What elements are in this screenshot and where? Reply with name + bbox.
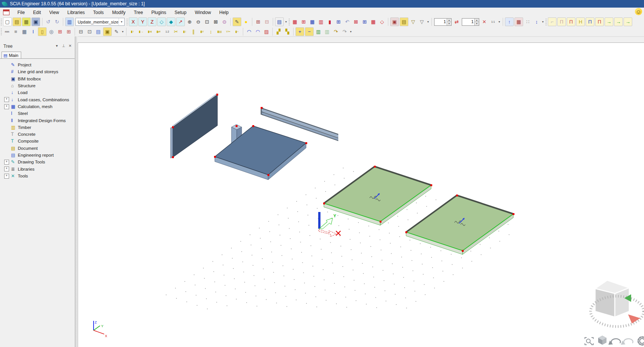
view-x-direction-icon[interactable]: X [129, 17, 138, 26]
expand-icon[interactable]: + [4, 166, 9, 171]
print-data-icon[interactable]: ⊟ [77, 28, 85, 36]
save-screenshot-icon[interactable]: ▣ [390, 17, 399, 26]
expand-icon[interactable]: + [4, 174, 9, 179]
tree-item-timber[interactable]: ▥Timber [0, 124, 75, 131]
spin-down-icon[interactable]: ▾ [474, 22, 479, 25]
table-columns-add-icon[interactable]: ▥ [314, 28, 322, 36]
frame-update-green-icon[interactable]: → [624, 17, 632, 26]
show-labels-icon[interactable]: ▮ [326, 18, 334, 26]
engineering-tables-icon[interactable]: ⊞ [65, 28, 73, 36]
scale-member-icon[interactable]: 1:2 [163, 28, 171, 36]
table-columns-view-icon[interactable]: ▥ [323, 28, 331, 36]
combobox-arrow-icon[interactable]: ▾ [119, 18, 124, 25]
toolbar-grip[interactable] [545, 18, 547, 26]
dropdown-caret-icon[interactable]: ▾ [284, 18, 288, 26]
scale-arrows-icon[interactable]: ⇄ [453, 18, 461, 26]
spin-up-icon[interactable]: ▴ [474, 19, 479, 22]
wizard-blue-arrow-icon[interactable]: ↑ [505, 17, 514, 26]
node[interactable] [380, 221, 381, 223]
cut-member-icon[interactable]: Y✂ [224, 28, 232, 36]
drawing-scale-icon[interactable]: 1:1 [489, 18, 497, 26]
dropdown-caret-icon[interactable]: ▾ [426, 18, 430, 26]
navigation-cube[interactable] [591, 280, 644, 327]
menu-tools[interactable]: Tools [89, 9, 108, 16]
delete-entities-icon[interactable]: ⊠ [352, 18, 360, 26]
node[interactable] [430, 184, 432, 186]
node[interactable] [405, 231, 407, 233]
tree-item-document[interactable]: ▤Document [0, 145, 75, 152]
redo-icon[interactable]: ↻ [53, 18, 61, 26]
notes-manager-icon[interactable]: ▤ [275, 17, 284, 26]
node[interactable] [172, 126, 174, 128]
polyline-edit-1-icon[interactable]: ▞ [275, 28, 283, 36]
zoom-window-icon[interactable]: ⊡ [203, 18, 211, 26]
tree-item-bim-toolbox[interactable]: ▣BIM toolbox [0, 75, 75, 82]
tree-item-composite[interactable]: TComposite [0, 138, 75, 144]
menu-libraries[interactable]: Libraries [63, 9, 89, 16]
node[interactable] [323, 203, 325, 204]
toolbar-grip[interactable] [0, 28, 3, 36]
print-preview-icon[interactable]: ⊡ [86, 28, 94, 36]
break-in-member-icon[interactable]: ▮Y [198, 28, 206, 36]
add-support-icon[interactable]: + [295, 27, 304, 36]
tree-item-load-cases-combinations[interactable]: +↓Load cases, Combinations [0, 96, 75, 103]
dropdown-caret-icon[interactable]: ▾ [497, 18, 501, 26]
expand-icon[interactable]: + [4, 97, 9, 102]
window-restore-view-icon[interactable]: ⊞ [254, 18, 262, 26]
menu-plugins[interactable]: Plugins [147, 9, 170, 16]
center-view-crosshair-icon[interactable]: ◇ [378, 18, 386, 26]
perspective-view-icon[interactable]: ◆ [167, 17, 175, 26]
save-project-icon[interactable]: ▣ [31, 17, 40, 26]
zoom-selection-icon[interactable]: ⊙ [220, 18, 228, 26]
open-project-icon[interactable]: ▤ [13, 17, 21, 26]
chevron-down-icon[interactable]: ▾ [54, 44, 59, 48]
tree-item-libraries[interactable]: +≣Libraries [0, 165, 75, 172]
move-member-icon[interactable]: ▮→ [137, 28, 145, 36]
dropdown-caret-icon[interactable]: ▾ [349, 28, 353, 36]
load-scale-input[interactable]: 1▴▾ [462, 18, 479, 26]
node[interactable] [374, 166, 376, 168]
tab-main[interactable]: ▤ Main [2, 52, 21, 59]
menu-edit[interactable]: Edit [29, 9, 45, 16]
dropdown-caret-icon[interactable]: ▾ [121, 28, 125, 36]
tree-item-calculation-mesh[interactable]: +▦Calculation, mesh [0, 103, 75, 110]
connect-members-nodes-icon[interactable]: ∷ [524, 18, 532, 26]
toolbar-grip[interactable] [0, 18, 3, 26]
tree-item-concrete[interactable]: TConcrete [0, 131, 75, 138]
show-members-icon[interactable]: ⊞ [300, 18, 308, 26]
selection-filter-icon[interactable]: ▽ [418, 18, 426, 26]
node[interactable] [462, 250, 464, 252]
zoom-all-icon[interactable]: ⊠ [212, 18, 220, 26]
check-structure-data-icon[interactable]: ▦ [514, 17, 523, 26]
frame-wall-search-icon[interactable]: Π [595, 17, 604, 26]
panel-splitter[interactable] [75, 36, 78, 347]
frame-corner-icon[interactable]: ⌐ [548, 17, 556, 26]
toolbar-grip[interactable] [126, 18, 128, 26]
node[interactable] [456, 195, 458, 196]
green-slab-2[interactable] [405, 195, 514, 254]
expand-icon[interactable]: + [4, 160, 9, 165]
frame-wall-xy-icon[interactable]: Π [586, 17, 594, 26]
align-members-icon[interactable]: ∥ [189, 28, 197, 36]
extend-member-icon[interactable]: ▮↑ [128, 28, 136, 36]
table-input-icon[interactable]: ⊞ [361, 18, 369, 26]
mirror-member-icon[interactable]: ▮÷ [233, 28, 241, 36]
menu-window[interactable]: Window [191, 9, 215, 16]
axonometric-view-icon[interactable]: ◇ [157, 17, 166, 26]
close-icon[interactable]: × [67, 43, 73, 49]
command-line-window-icon[interactable]: ▥ [65, 17, 74, 26]
rotate-view-tool-icon[interactable]: ↷ [341, 28, 349, 36]
pin-icon[interactable]: ⊤ [61, 44, 66, 48]
project-combobox[interactable]: Update_member_size▾ [75, 18, 125, 26]
zoom-in-icon[interactable]: ⊕ [186, 18, 194, 26]
collapse-drawing-icon[interactable]: ✕ [480, 18, 488, 26]
frame-import-green-icon[interactable]: → [614, 17, 623, 26]
copy-to-gallery-icon[interactable]: ▣ [103, 27, 112, 36]
disconnect-hatch-icon[interactable]: ▨ [263, 28, 270, 36]
activity-scale-input[interactable]: 1▴▾ [434, 18, 452, 26]
rotate-entity-icon[interactable]: ↷ [332, 28, 340, 36]
remove-support-icon[interactable]: − [305, 27, 314, 36]
node[interactable] [513, 213, 514, 215]
spin-down-icon[interactable]: ▾ [447, 22, 451, 25]
spin-up-icon[interactable]: ▴ [447, 19, 451, 22]
